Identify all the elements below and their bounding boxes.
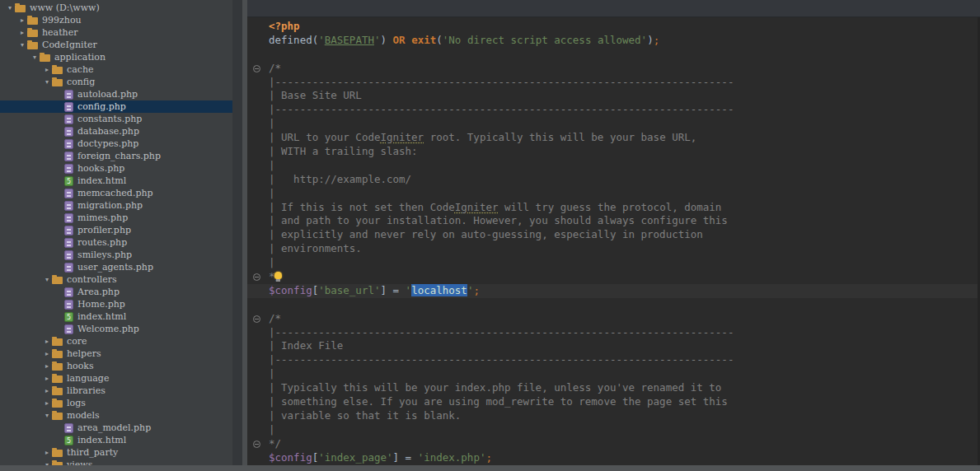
code-line[interactable]: | http://example.com/: [247, 173, 980, 187]
tree-item-999zhou[interactable]: ▸999zhou: [0, 14, 232, 26]
tree-item-home-php[interactable]: Home.php: [0, 298, 232, 310]
code-line[interactable]: /*: [247, 62, 980, 76]
code-line[interactable]: | Typically this will be your index.php …: [247, 381, 980, 395]
expand-arrow-icon[interactable]: ▾: [17, 39, 27, 51]
tree-item-constants-php[interactable]: constants.php: [0, 113, 232, 125]
expand-arrow-icon[interactable]: ▾: [42, 409, 52, 422]
tree-item-foreign-chars-php[interactable]: foreign_chars.php: [0, 150, 232, 162]
panel-splitter[interactable]: [232, 0, 242, 465]
fold-marker-icon[interactable]: [253, 273, 260, 281]
tree-item-config-php[interactable]: config.php: [0, 100, 232, 113]
collapse-arrow-icon[interactable]: ▸: [42, 63, 52, 76]
code-line[interactable]: | explicitly and never rely on auto-gues…: [247, 228, 980, 242]
tree-item-label: hooks.php: [77, 163, 129, 174]
intention-bulb-icon[interactable]: [274, 272, 282, 279]
tree-item-logs[interactable]: ▸logs: [0, 397, 232, 409]
tree-item-config[interactable]: ▾config: [0, 76, 232, 88]
php-file-icon: [64, 300, 73, 310]
code-line[interactable]: | Index File: [247, 339, 980, 353]
tree-item-index-html[interactable]: 5index.html: [0, 434, 232, 446]
collapse-arrow-icon[interactable]: ▸: [42, 385, 52, 397]
code-line[interactable]: |---------------------------------------…: [247, 103, 980, 117]
tree-item-area-model-php[interactable]: area_model.php: [0, 422, 232, 434]
tree-item-doctypes-php[interactable]: doctypes.php: [0, 138, 232, 150]
tree-item-core[interactable]: ▸core: [0, 335, 232, 347]
collapse-arrow-icon[interactable]: ▸: [42, 446, 52, 459]
tree-item-libraries[interactable]: ▸libraries: [0, 385, 232, 397]
tree-item-www-d-www[interactable]: ▾www (D:\www): [0, 2, 232, 14]
code-line[interactable]: defined('BASEPATH') OR exit('No direct s…: [247, 34, 980, 48]
tree-item-mimes-php[interactable]: mimes.php: [0, 212, 232, 224]
tree-item-views[interactable]: ▾views: [0, 459, 232, 465]
code-line[interactable]: | variable so that it is blank.: [247, 409, 980, 423]
code-line[interactable]: | something else. If you are using mod_r…: [247, 395, 980, 409]
tree-item-language[interactable]: ▸language: [0, 372, 232, 385]
code-line[interactable]: |---------------------------------------…: [247, 326, 980, 340]
tree-item-label: constants.php: [77, 114, 147, 124]
code-line[interactable]: |: [247, 117, 980, 131]
tree-item-helpers[interactable]: ▸helpers: [0, 347, 232, 360]
code-line[interactable]: <?php: [247, 20, 980, 34]
fold-marker-icon[interactable]: [253, 441, 260, 448]
tree-item-hooks[interactable]: ▸hooks: [0, 360, 232, 372]
code-line[interactable]: | environments.: [247, 242, 980, 256]
fold-marker-icon[interactable]: [253, 65, 260, 72]
code-line[interactable]: |---------------------------------------…: [247, 76, 980, 90]
collapse-arrow-icon[interactable]: ▸: [42, 347, 52, 360]
code-line[interactable]: |: [247, 159, 980, 173]
code-line[interactable]: | and path to your installation. However…: [247, 214, 980, 228]
code-line[interactable]: |: [247, 256, 980, 270]
tree-item-application[interactable]: ▾application: [0, 51, 232, 63]
tree-item-database-php[interactable]: database.php: [0, 125, 232, 138]
code-line[interactable]: $config['index_page'] = 'index.php';: [247, 451, 980, 465]
code-area[interactable]: <?phpdefined('BASEPATH') OR exit('No dir…: [247, 17, 980, 465]
code-line[interactable]: */: [247, 270, 980, 284]
tree-item-migration-php[interactable]: migration.php: [0, 199, 232, 212]
editor-top-bar: [247, 0, 980, 17]
tree-item-third-party[interactable]: ▸third_party: [0, 446, 232, 459]
expand-arrow-icon[interactable]: ▾: [42, 76, 52, 88]
tree-item-welcome-php[interactable]: Welcome.php: [0, 323, 232, 335]
tree-item-index-html[interactable]: 5index.html: [0, 310, 232, 323]
code-line[interactable]: |: [247, 367, 980, 381]
expand-arrow-icon[interactable]: ▾: [5, 2, 15, 14]
code-line[interactable]: |: [247, 423, 980, 437]
code-line[interactable]: [247, 48, 980, 62]
code-line[interactable]: | URL to your CodeIgniter root. Typicall…: [247, 131, 980, 145]
code-line[interactable]: | Base Site URL: [247, 89, 980, 103]
collapse-arrow-icon[interactable]: ▸: [42, 360, 52, 372]
code-line[interactable]: | WITH a trailing slash:: [247, 145, 980, 159]
project-tree-panel[interactable]: ▾www (D:\www)▸999zhou▸heather▾CodeIgnite…: [0, 0, 232, 465]
tree-item-codeigniter[interactable]: ▾CodeIgniter: [0, 39, 232, 51]
expand-arrow-icon[interactable]: ▾: [30, 51, 40, 63]
fold-marker-icon[interactable]: [253, 315, 260, 323]
code-line[interactable]: |---------------------------------------…: [247, 353, 980, 367]
tree-item-cache[interactable]: ▸cache: [0, 63, 232, 76]
collapse-arrow-icon[interactable]: ▸: [42, 397, 52, 409]
code-line[interactable]: /*: [247, 312, 980, 326]
collapse-arrow-icon[interactable]: ▸: [17, 26, 27, 39]
code-line[interactable]: $config['base_url'] = 'localhost';: [247, 284, 980, 298]
tree-item-controllers[interactable]: ▾controllers: [0, 273, 232, 286]
tree-item-smileys-php[interactable]: smileys.php: [0, 249, 232, 261]
code-line[interactable]: */: [247, 437, 980, 451]
expand-arrow-icon[interactable]: ▾: [42, 459, 52, 465]
tree-item-profiler-php[interactable]: profiler.php: [0, 224, 232, 236]
code-line[interactable]: [247, 298, 980, 312]
tree-item-index-html[interactable]: 5index.html: [0, 175, 232, 187]
tree-item-user-agents-php[interactable]: user_agents.php: [0, 261, 232, 273]
collapse-arrow-icon[interactable]: ▸: [42, 372, 52, 385]
tree-item-heather[interactable]: ▸heather: [0, 26, 232, 39]
code-line[interactable]: |: [247, 187, 980, 201]
tree-item-autoload-php[interactable]: autoload.php: [0, 88, 232, 100]
expand-arrow-icon[interactable]: ▾: [42, 273, 52, 286]
tree-item-models[interactable]: ▾models: [0, 409, 232, 422]
tree-item-hooks-php[interactable]: hooks.php: [0, 162, 232, 175]
tree-item-area-php[interactable]: Area.php: [0, 286, 232, 298]
code-token: |: [269, 367, 275, 380]
tree-item-routes-php[interactable]: routes.php: [0, 236, 232, 249]
collapse-arrow-icon[interactable]: ▸: [17, 14, 27, 26]
tree-item-memcached-php[interactable]: memcached.php: [0, 187, 232, 199]
collapse-arrow-icon[interactable]: ▸: [42, 335, 52, 347]
code-line[interactable]: | If this is not set then CodeIgniter wi…: [247, 201, 980, 215]
